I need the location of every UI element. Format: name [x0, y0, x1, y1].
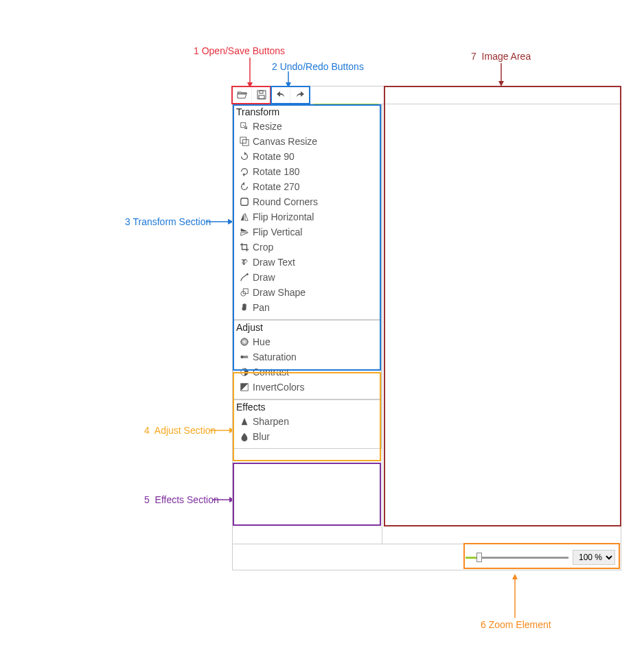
transform-section-header: Transform: [233, 106, 381, 119]
hue-icon: [239, 336, 250, 347]
svg-rect-34: [241, 356, 244, 358]
resize-icon: [239, 121, 250, 132]
effects-item-sharpen[interactable]: Sharpen: [233, 414, 381, 429]
arrow-image-area: [497, 63, 505, 86]
redo-button[interactable]: [290, 86, 310, 104]
open-button[interactable]: [233, 86, 252, 104]
undo-icon: [275, 89, 286, 102]
svg-marker-25: [245, 213, 248, 221]
transform-item-rotate-180[interactable]: Rotate 180: [233, 164, 381, 179]
svg-rect-15: [260, 91, 263, 93]
arrow-adjust: [210, 426, 235, 435]
transform-item-label: Draw: [253, 272, 275, 283]
footer: 100 %: [233, 544, 621, 570]
svg-marker-22: [242, 182, 244, 185]
transform-item-draw-shape[interactable]: Draw Shape: [233, 285, 381, 300]
effects-section-header: Effects: [233, 402, 381, 414]
rotate-180-icon: [239, 166, 250, 177]
adjust-section: AdjustHueSaturationContrastInvertColors: [233, 320, 382, 399]
adjust-item-hue[interactable]: Hue: [233, 334, 381, 349]
arrow-open-save: [246, 58, 254, 88]
transform-item-flip-horizontal[interactable]: Flip Horizontal: [233, 209, 381, 224]
toolbar-accent: [314, 104, 378, 105]
saturation-icon: [239, 351, 250, 362]
image-editor: TransformResizeCanvas ResizeRotate 90Rot…: [232, 86, 621, 570]
annotation-undo-redo: 2 Undo/Redo Buttons: [272, 61, 364, 72]
transform-item-draw[interactable]: Draw: [233, 270, 381, 285]
effects-item-label: Sharpen: [253, 416, 289, 427]
svg-marker-27: [241, 233, 249, 235]
annotation-effects: 5 Effects Section: [144, 494, 219, 505]
round-corners-icon: [239, 196, 250, 207]
pan-icon: [239, 302, 250, 313]
svg-marker-37: [241, 384, 249, 391]
toolbar: [233, 86, 621, 104]
folder-open-icon: [237, 89, 248, 102]
canvas-resize-icon: [239, 136, 250, 147]
sharpen-icon: [239, 416, 250, 427]
annotation-open-save: 1 Open/Save Buttons: [194, 45, 285, 56]
transform-item-label: Canvas Resize: [253, 136, 317, 147]
transform-item-draw-text[interactable]: TDraw Text: [233, 255, 381, 270]
transform-item-rotate-90[interactable]: Rotate 90: [233, 149, 381, 164]
transform-item-round-corners[interactable]: Round Corners: [233, 194, 381, 209]
transform-item-label: Flip Vertical: [253, 227, 302, 237]
tools-sidebar: TransformResizeCanvas ResizeRotate 90Rot…: [233, 104, 382, 544]
contrast-icon: [239, 367, 250, 378]
draw-icon: [239, 272, 250, 283]
redo-icon: [295, 89, 306, 102]
annotation-zoom: 6 Zoom Element: [481, 619, 551, 630]
crop-icon: [239, 242, 250, 253]
transform-section: TransformResizeCanvas ResizeRotate 90Rot…: [233, 104, 382, 320]
adjust-item-saturation[interactable]: Saturation: [233, 349, 381, 364]
blur-icon: [239, 431, 250, 442]
adjust-item-invert[interactable]: InvertColors: [233, 380, 381, 395]
image-area[interactable]: [382, 104, 621, 544]
transform-item-rotate-270[interactable]: Rotate 270: [233, 179, 381, 194]
annotation-transform: 3 Transform Section: [125, 216, 211, 227]
svg-rect-19: [242, 139, 249, 146]
transform-item-label: Draw Shape: [253, 287, 306, 298]
effects-item-label: Blur: [253, 431, 270, 442]
transform-item-label: Round Corners: [253, 196, 318, 207]
transform-item-pan[interactable]: Pan: [233, 300, 381, 315]
transform-item-label: Rotate 180: [253, 166, 300, 177]
transform-item-label: Resize: [253, 121, 282, 132]
transform-item-label: Crop: [253, 242, 273, 253]
transform-item-label: Rotate 270: [253, 181, 300, 192]
adjust-item-contrast[interactable]: Contrast: [233, 364, 381, 380]
annotation-image-area: 7 Image Area: [471, 51, 531, 62]
transform-item-resize[interactable]: Resize: [233, 119, 381, 134]
effects-item-blur[interactable]: Blur: [233, 429, 381, 444]
svg-marker-21: [242, 173, 244, 176]
svg-rect-16: [259, 95, 264, 99]
transform-item-flip-vertical[interactable]: Flip Vertical: [233, 224, 381, 240]
arrow-zoom: [511, 574, 519, 618]
arrow-transform: [206, 218, 233, 226]
transform-item-label: Draw Text: [253, 257, 295, 268]
zoom-thumb[interactable]: [476, 553, 482, 562]
undo-button[interactable]: [271, 86, 290, 104]
zoom-slider[interactable]: [465, 552, 568, 563]
rotate-270-icon: [239, 181, 250, 192]
save-icon: [256, 89, 267, 102]
adjust-section-header: Adjust: [233, 322, 381, 334]
svg-marker-24: [241, 213, 244, 221]
draw-text-icon: T: [239, 257, 250, 268]
adjust-item-label: Hue: [253, 336, 271, 347]
transform-item-label: Pan: [253, 302, 270, 313]
transform-item-crop[interactable]: Crop: [233, 240, 381, 255]
invert-icon: [239, 382, 250, 393]
adjust-item-label: InvertColors: [253, 382, 304, 393]
zoom-select[interactable]: 100 %: [573, 550, 615, 565]
save-button[interactable]: [252, 86, 271, 104]
transform-item-label: Rotate 90: [253, 151, 295, 162]
transform-item-canvas-resize[interactable]: Canvas Resize: [233, 134, 381, 149]
svg-marker-26: [241, 229, 249, 231]
adjust-item-label: Contrast: [253, 367, 289, 378]
svg-marker-20: [244, 152, 246, 155]
rotate-90-icon: [239, 151, 250, 162]
flip-horizontal-icon: [239, 211, 250, 222]
zoom-track-inactive: [478, 557, 568, 559]
svg-point-29: [246, 273, 249, 275]
